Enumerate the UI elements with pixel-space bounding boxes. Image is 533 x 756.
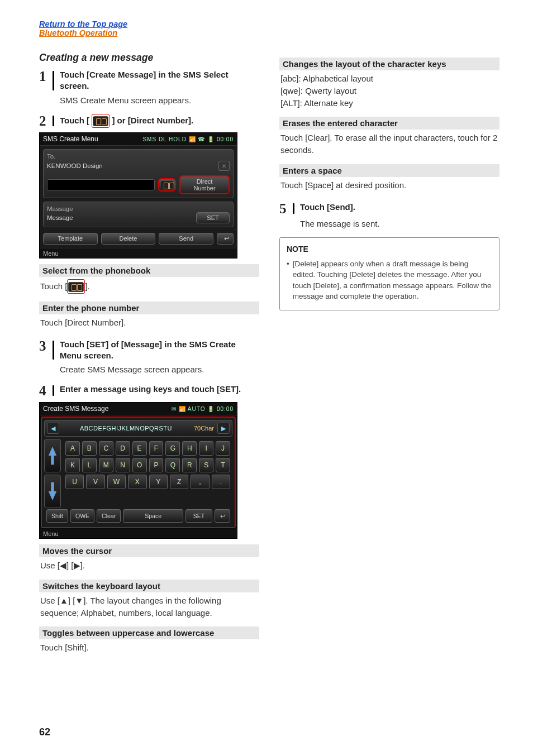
to-input[interactable] [47, 179, 155, 190]
shift-button[interactable]: Shift [46, 509, 68, 523]
kbd-set-button[interactable]: SET [185, 509, 212, 523]
step-follow: SMS Create Menu screen appears. [60, 94, 259, 107]
page-heading: Creating a new message [39, 52, 259, 64]
space-button[interactable]: Space [123, 509, 183, 523]
step-follow: The message is sent. [300, 218, 499, 230]
sms-create-menu-screenshot: SMS Create Menu SMS DL HOLD 📶 ☎ 🔋 00:00 … [39, 132, 237, 259]
ss-menu[interactable]: Menu [40, 529, 237, 538]
layout-up-button[interactable] [44, 439, 61, 472]
ss-title: SMS Create Menu [43, 135, 98, 143]
step-title: Touch [Send]. [300, 202, 499, 213]
note-box: NOTE •[Delete] appears only when a draft… [279, 237, 499, 310]
kbd-key[interactable]: O [132, 458, 147, 472]
step-number: 1 [39, 69, 53, 83]
kbd-key[interactable]: R [182, 458, 197, 472]
to-value: KENWOOD Design [47, 162, 215, 169]
phonebook-icon [93, 116, 108, 126]
phonebook-icon [68, 282, 84, 292]
set-button[interactable]: SET [196, 212, 230, 223]
sub-phonebook-head: Select from the phonebook [39, 264, 259, 277]
kbd-key[interactable]: , [191, 475, 209, 489]
step-title-pre: Touch [ [60, 116, 92, 125]
qwe-button[interactable]: QWE [70, 509, 94, 523]
layout-down-button[interactable] [44, 475, 61, 508]
step-title: Enter a message using keys and touch [SE… [60, 384, 259, 395]
step-1: 1 Touch [Create Message] in the SMS Sele… [39, 69, 259, 92]
sub-charkeys-body: [abc]: Alphabetical layout [qwe]: Qwerty… [279, 70, 499, 111]
kbd-key[interactable]: . [212, 475, 230, 489]
step-5: 5 Touch [Send]. [279, 202, 499, 216]
ss-menu[interactable]: Menu [40, 249, 237, 258]
sub-erase-head: Erases the entered character [279, 117, 499, 130]
sub-number-head: Enter the phone number [39, 302, 259, 314]
step-2: 2 Touch [ ] or [Direct Number]. [39, 114, 259, 128]
sub-case-head: Toggles between uppercase and lowercase [39, 626, 259, 639]
top-links: Return to the Top page Bluetooth Operati… [39, 20, 499, 37]
sub-number-body: Touch [Direct Number]. [39, 314, 259, 331]
page-number: 62 [39, 726, 50, 738]
text: ]. [85, 281, 89, 291]
sub-space-body: Touch [Space] at desired position. [279, 177, 499, 194]
bluetooth-operation-link[interactable]: Bluetooth Operation [39, 28, 499, 37]
kbd-key[interactable]: S [199, 458, 213, 472]
step-title: Touch [Create Message] in the SMS Select… [60, 69, 259, 92]
return-top-link[interactable]: Return to the Top page [39, 20, 499, 28]
kbd-key[interactable]: P [149, 458, 164, 472]
direct-number-button[interactable]: Direct Number [179, 175, 230, 194]
bullet-icon: • [287, 259, 289, 302]
phonebook-button[interactable] [158, 178, 176, 192]
svg-marker-0 [49, 447, 56, 465]
to-label: To. [47, 153, 230, 160]
template-button[interactable]: Template [43, 233, 98, 245]
step-bar [53, 71, 54, 90]
back-button[interactable]: ↩ [217, 233, 234, 245]
kbd-key[interactable]: F [149, 441, 164, 456]
step-number: 5 [279, 202, 293, 216]
kbd-key[interactable]: L [82, 458, 97, 472]
step-number: 3 [39, 339, 53, 353]
kbd-key[interactable]: A [65, 441, 80, 456]
svg-marker-1 [49, 482, 56, 500]
kbd-back-button[interactable]: ↩ [215, 509, 230, 523]
cursor-left-button[interactable]: ◀ [47, 423, 59, 434]
kbd-key[interactable]: K [65, 458, 80, 472]
kbd-key[interactable]: C [99, 441, 113, 456]
text: : Qwerty layout [301, 86, 356, 95]
kbd-row-3: UVWXYZ,. [65, 475, 230, 489]
kbd-key[interactable]: H [182, 441, 197, 456]
step-number: 4 [39, 384, 53, 398]
kbd-key[interactable]: I [199, 441, 213, 456]
step-bar [53, 116, 54, 126]
text: [qwe] [280, 86, 301, 95]
text: Touch [ [40, 281, 67, 291]
kbd-key[interactable]: M [99, 458, 113, 472]
kbd-key[interactable]: W [107, 475, 126, 489]
clear-button[interactable]: Clear [97, 509, 121, 523]
kbd-key[interactable]: J [216, 441, 230, 456]
kbd-key[interactable]: V [86, 475, 104, 489]
ss-status-icons: SMS DL HOLD 📶 ☎ 🔋 00:00 [142, 136, 234, 142]
sub-layout-body: Use [▲] [▼]. The layout changes in the f… [39, 592, 259, 621]
kbd-key[interactable]: X [128, 475, 146, 489]
kbd-key[interactable]: T [216, 458, 230, 472]
kbd-key[interactable]: D [116, 441, 130, 456]
sub-layout-head: Switches the keyboard layout [39, 580, 259, 592]
step-bar [53, 341, 54, 360]
text: [ALT] [280, 98, 300, 108]
message-label: Message [47, 214, 193, 221]
kbd-key[interactable]: G [165, 441, 180, 456]
kbd-key[interactable]: E [132, 441, 147, 456]
step-bar [293, 203, 294, 214]
kbd-key[interactable]: B [82, 441, 97, 456]
step-title-post: ] or [Direct Number]. [110, 116, 193, 125]
clear-to-button[interactable]: ✕ [218, 161, 230, 171]
cursor-right-button[interactable]: ▶ [217, 423, 230, 434]
note-title: NOTE [287, 243, 492, 255]
kbd-key[interactable]: Q [165, 458, 180, 472]
delete-button[interactable]: Delete [101, 233, 156, 245]
kbd-key[interactable]: U [65, 475, 84, 489]
send-button[interactable]: Send [159, 233, 213, 245]
kbd-key[interactable]: N [116, 458, 130, 472]
kbd-key[interactable]: Z [170, 475, 188, 489]
kbd-key[interactable]: Y [149, 475, 168, 489]
